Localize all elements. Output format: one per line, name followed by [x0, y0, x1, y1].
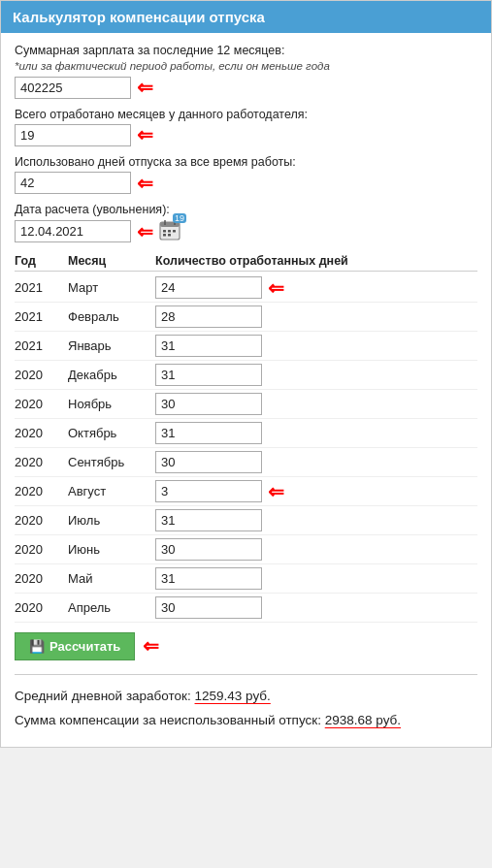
days-cell	[155, 538, 477, 561]
salary-input[interactable]	[15, 77, 131, 99]
days-input[interactable]	[155, 422, 262, 444]
days-used-group: Использовано дней отпуска за все время р…	[15, 154, 477, 194]
table-row: 2020Июль	[15, 506, 477, 535]
month-cell: Август	[68, 484, 155, 498]
days-input[interactable]	[155, 276, 262, 299]
days-table: Год Месяц Количество отработанных дней 2…	[15, 251, 477, 623]
col-year-header: Год	[15, 254, 68, 268]
days-input[interactable]	[155, 480, 262, 502]
days-cell	[155, 596, 477, 619]
days-cell: ⇐	[155, 480, 477, 502]
months-input[interactable]	[15, 124, 131, 146]
table-row: 2021Январь	[15, 332, 477, 361]
table-header: Год Месяц Количество отработанных дней	[15, 251, 477, 272]
days-input[interactable]	[155, 451, 262, 473]
days-cell	[155, 567, 477, 590]
year-cell: 2021	[15, 280, 68, 295]
table-row: 2020Октябрь	[15, 419, 477, 448]
calculator-body: Суммарная зарплата за последние 12 месяц…	[1, 33, 491, 747]
salary-group: Суммарная зарплата за последние 12 месяц…	[15, 43, 477, 99]
months-label: Всего отработано месяцев у данного работ…	[15, 107, 477, 122]
days-cell	[155, 509, 477, 531]
button-row: 💾 Рассчитать ⇐	[15, 623, 477, 668]
year-cell: 2021	[15, 309, 68, 324]
days-input[interactable]	[155, 364, 262, 386]
days-input[interactable]	[155, 538, 262, 561]
avg-result-line: Средний дневной заработок: 1259.43 руб.	[15, 689, 477, 703]
calculate-icon: 💾	[29, 639, 45, 654]
year-cell: 2020	[15, 600, 68, 615]
days-cell: ⇐	[155, 276, 477, 299]
days-cell	[155, 393, 477, 415]
month-cell: Январь	[68, 338, 155, 353]
year-cell: 2020	[15, 368, 68, 382]
months-input-row: ⇐	[15, 124, 477, 146]
calculate-arrow-icon: ⇐	[143, 636, 159, 656]
month-cell: Декабрь	[68, 368, 155, 382]
table-row: 2020Август⇐	[15, 477, 477, 506]
date-input[interactable]	[15, 220, 131, 242]
table-row: 2021Март⇐	[15, 273, 477, 303]
calculate-label: Рассчитать	[49, 639, 120, 654]
salary-input-row: ⇐	[15, 77, 477, 99]
date-label: Дата расчета (увольнения):	[15, 202, 477, 217]
calculate-button[interactable]: 💾 Рассчитать	[15, 632, 135, 660]
days-cell	[155, 335, 477, 357]
year-cell: 2020	[15, 455, 68, 469]
calendar-icon[interactable]: 19	[159, 219, 180, 243]
days-used-input-row: ⇐	[15, 172, 477, 194]
date-input-row: ⇐ 19	[15, 219, 477, 243]
days-input[interactable]	[155, 567, 262, 590]
year-cell: 2020	[15, 484, 68, 498]
days-cell	[155, 305, 477, 328]
avg-label: Средний дневной заработок:	[15, 689, 191, 703]
year-cell: 2020	[15, 397, 68, 411]
header-title: Калькулятор компенсации отпуска	[13, 9, 265, 25]
calculator-header: Калькулятор компенсации отпуска	[1, 1, 491, 33]
month-cell: Май	[68, 571, 155, 586]
calendar-badge: 19	[173, 213, 186, 223]
salary-arrow-icon: ⇐	[137, 78, 153, 97]
table-row: 2020Декабрь	[15, 361, 477, 390]
month-cell: Сентябрь	[68, 455, 155, 469]
days-input[interactable]	[155, 509, 262, 531]
days-used-arrow-icon: ⇐	[137, 174, 153, 193]
table-row: 2021Февраль	[15, 303, 477, 332]
table-row: 2020Ноябрь	[15, 390, 477, 419]
month-cell: Апрель	[68, 600, 155, 615]
table-rows-container: 2021Март⇐2021Февраль2021Январь2020Декабр…	[15, 273, 477, 623]
svg-rect-5	[168, 230, 171, 233]
days-input[interactable]	[155, 393, 262, 415]
svg-rect-4	[163, 230, 166, 233]
results-section: Средний дневной заработок: 1259.43 руб. …	[15, 685, 477, 727]
months-group: Всего отработано месяцев у данного работ…	[15, 107, 477, 146]
month-cell: Март	[68, 280, 155, 295]
days-input[interactable]	[155, 305, 262, 328]
calculator-container: Калькулятор компенсации отпуска Суммарна…	[0, 0, 492, 748]
days-arrow-icon: ⇐	[268, 482, 284, 501]
svg-rect-6	[173, 230, 176, 233]
total-result-line: Сумма компенсации за неиспользованный от…	[15, 713, 477, 727]
col-month-header: Месяц	[68, 254, 155, 268]
year-cell: 2020	[15, 513, 68, 528]
date-group: Дата расчета (увольнения): ⇐	[15, 202, 477, 243]
month-cell: Февраль	[68, 309, 155, 324]
total-value: 2938.68 руб.	[325, 713, 401, 727]
month-cell: Октябрь	[68, 426, 155, 440]
table-row: 2020Май	[15, 564, 477, 594]
salary-label: Суммарная зарплата за последние 12 месяц…	[15, 43, 477, 75]
month-cell: Июль	[68, 513, 155, 528]
days-cell	[155, 364, 477, 386]
days-arrow-icon: ⇐	[268, 278, 284, 298]
days-input[interactable]	[155, 596, 262, 619]
total-label: Сумма компенсации за неиспользованный от…	[15, 713, 321, 727]
days-used-input[interactable]	[15, 172, 131, 194]
year-cell: 2021	[15, 338, 68, 353]
year-cell: 2020	[15, 571, 68, 586]
months-arrow-icon: ⇐	[137, 125, 153, 145]
days-input[interactable]	[155, 335, 262, 357]
days-cell	[155, 451, 477, 473]
col-days-header: Количество отработанных дней	[155, 254, 477, 268]
month-cell: Июнь	[68, 542, 155, 557]
divider	[15, 674, 477, 675]
